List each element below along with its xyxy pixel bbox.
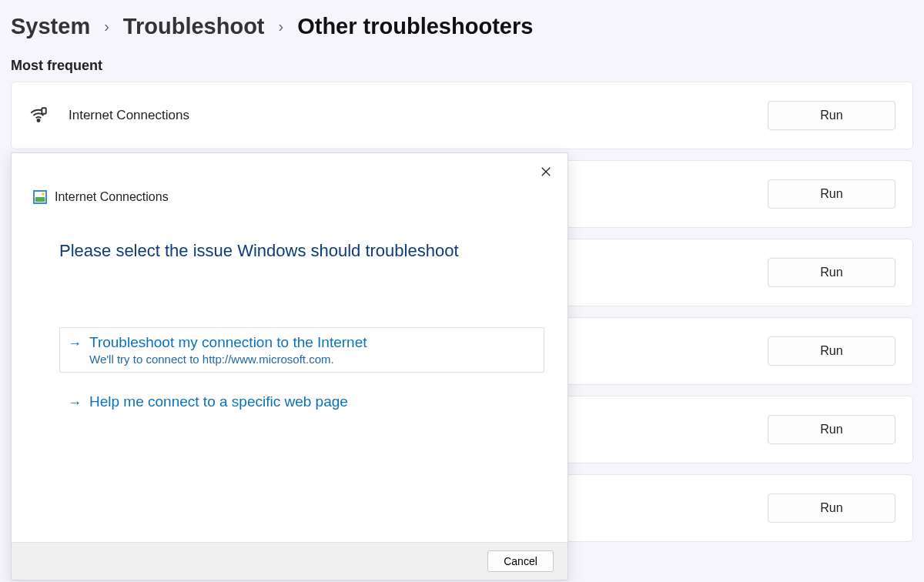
- section-heading: Most frequent: [0, 58, 924, 82]
- run-button[interactable]: Run: [768, 179, 896, 209]
- dialog-title: Please select the issue Windows should t…: [12, 204, 567, 261]
- run-button[interactable]: Run: [768, 101, 896, 130]
- chevron-right-icon: ›: [279, 18, 284, 35]
- breadcrumb: System › Troubleshoot › Other troublesho…: [0, 0, 924, 58]
- dialog-header: Internet Connections: [12, 153, 567, 204]
- svg-rect-1: [42, 108, 45, 114]
- dialog-footer: Cancel: [12, 542, 567, 580]
- close-icon[interactable]: [535, 161, 557, 182]
- option-title: Help me connect to a specific web page: [89, 393, 348, 410]
- dialog-header-title: Internet Connections: [55, 190, 169, 204]
- option-specific-webpage[interactable]: → Help me connect to a specific web page: [59, 386, 544, 419]
- breadcrumb-troubleshoot[interactable]: Troubleshoot: [123, 14, 265, 39]
- troubleshooter-label: Internet Connections: [69, 108, 768, 123]
- run-button[interactable]: Run: [768, 258, 896, 287]
- run-button[interactable]: Run: [768, 493, 896, 523]
- arrow-right-icon: →: [68, 393, 82, 412]
- svg-rect-6: [35, 197, 45, 202]
- breadcrumb-current: Other troubleshooters: [297, 14, 533, 39]
- run-button[interactable]: Run: [768, 336, 896, 366]
- troubleshooter-dialog: Internet Connections Please select the i…: [11, 152, 568, 580]
- wifi-icon: [28, 105, 49, 125]
- svg-point-7: [42, 192, 45, 196]
- option-troubleshoot-internet[interactable]: → Troubleshoot my connection to the Inte…: [59, 327, 544, 373]
- run-button[interactable]: Run: [768, 415, 896, 444]
- svg-point-0: [37, 119, 39, 122]
- arrow-right-icon: →: [68, 334, 82, 353]
- option-title: Troubleshoot my connection to the Intern…: [89, 334, 367, 351]
- chevron-right-icon: ›: [104, 18, 109, 35]
- dialog-options: → Troubleshoot my connection to the Inte…: [12, 261, 567, 419]
- network-diagnostic-icon: [33, 190, 47, 204]
- troubleshooter-row: Internet Connections Run: [11, 82, 913, 149]
- breadcrumb-system[interactable]: System: [11, 14, 90, 39]
- option-subtitle: We'll try to connect to http://www.micro…: [89, 353, 367, 366]
- cancel-button[interactable]: Cancel: [487, 550, 554, 572]
